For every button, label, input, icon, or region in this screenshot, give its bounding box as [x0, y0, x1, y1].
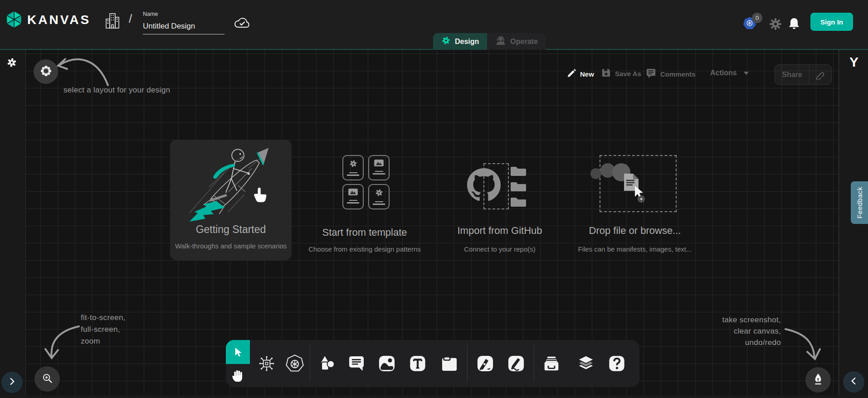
breadcrumb-separator: / [129, 12, 132, 26]
freehand-draw-tool[interactable] [507, 355, 525, 372]
feedback-label: Feedback [856, 187, 863, 218]
toolbar-divider [534, 345, 534, 382]
screenshot-hint-line3: undo/redo [686, 337, 781, 348]
operate-headset-icon [495, 35, 506, 48]
zoom-hint-arrow [40, 317, 81, 365]
new-label: New [580, 70, 594, 78]
layers-tool[interactable] [577, 355, 595, 372]
tab-operate-label: Operate [510, 38, 537, 46]
note-tool[interactable] [441, 355, 458, 372]
template-tile [368, 184, 390, 209]
drawer-import-tool[interactable] [542, 355, 561, 372]
design-spiral-icon [441, 36, 451, 47]
image-template-icon [348, 188, 358, 198]
comment-tool[interactable] [348, 355, 365, 372]
save-as-button[interactable]: Save As [601, 68, 641, 79]
github-title: Import from GitHub [441, 225, 559, 237]
actions-dropdown[interactable]: Actions [710, 69, 749, 77]
comments-button[interactable]: Comments [646, 68, 696, 80]
drop-file-subtitle: Files can be manifests, images, text... [573, 245, 697, 253]
toolbar-divider [310, 345, 310, 382]
chevron-left-icon [851, 377, 857, 387]
repo-folders-icon [510, 165, 528, 212]
cloud-saved-status-icon [234, 16, 251, 31]
image-tool[interactable] [378, 355, 395, 372]
save-floppy-icon [601, 68, 611, 79]
screenshot-hint-line2: clear canvas, [686, 325, 781, 337]
template-tile [368, 155, 390, 180]
comments-label: Comments [660, 70, 696, 78]
rocket-sketch-illustration [182, 142, 277, 224]
select-tool-button[interactable] [226, 340, 250, 364]
zoom-hint-line2: full-screen, [81, 324, 120, 335]
shapes-tool[interactable] [318, 355, 336, 372]
organization-building-icon[interactable] [104, 12, 121, 30]
hand-pointer-cursor-icon [253, 187, 268, 206]
share-link-icon [809, 70, 831, 80]
tab-design-label: Design [455, 38, 479, 46]
spiral-template-icon [375, 188, 384, 199]
template-tile [342, 184, 364, 209]
tab-design[interactable]: Design [433, 33, 487, 50]
zoom-hint-line1: fit-to-screen, [81, 312, 126, 323]
template-tile [342, 155, 364, 180]
screenshot-hint-arrow [784, 323, 824, 366]
getting-started-title: Getting Started [170, 223, 292, 236]
actions-label: Actions [710, 69, 737, 77]
pan-hand-icon [232, 369, 244, 382]
pencil-new-icon [567, 69, 576, 79]
kubernetes-context-button[interactable]: 0 [743, 13, 766, 31]
github-subtitle: Connect to your repo(s) [441, 245, 559, 253]
image-template-icon [374, 159, 384, 169]
spiral-template-icon [349, 159, 358, 170]
share-button[interactable]: Share [775, 64, 832, 85]
kanvas-app: KANVAS / Name Untitled Design [0, 0, 868, 398]
save-as-label: Save As [615, 70, 641, 78]
canvas-actions-button[interactable] [805, 367, 831, 393]
sign-in-button[interactable]: Sign In [810, 13, 853, 31]
kubernetes-count-badge: 0 [752, 13, 762, 23]
kubernetes-tool[interactable] [285, 354, 305, 374]
drop-file-title: Drop file or browse... [576, 225, 694, 237]
notifications-bell-icon[interactable] [788, 17, 800, 30]
document-drop-icon [590, 162, 649, 204]
design-name-label: Name [143, 11, 158, 17]
feedback-tab[interactable]: Feedback [851, 181, 868, 224]
left-sidebar-rail [0, 50, 26, 395]
chevron-right-icon [9, 378, 15, 387]
components-circuit-tool[interactable] [257, 354, 276, 373]
getting-started-subtitle: Walk-throughs and sample scenarios [164, 242, 297, 250]
layout-flower-icon [40, 65, 52, 79]
new-design-button[interactable]: New [567, 69, 594, 79]
design-name-input[interactable]: Untitled Design [143, 20, 224, 34]
pen-tool[interactable] [477, 355, 494, 372]
kanvas-logo-icon [5, 10, 24, 29]
github-octocat-icon [467, 168, 501, 204]
pan-tool-button[interactable] [226, 364, 250, 387]
expand-left-panel-button[interactable] [1, 372, 23, 393]
layer5-y-logo: Y [846, 54, 862, 71]
template-subtitle: Choose from existing design patterns [300, 245, 429, 253]
comments-bubble-icon [646, 68, 656, 80]
select-cursor-icon [233, 347, 243, 357]
zoom-controls-button[interactable] [34, 366, 60, 392]
bottom-strip [0, 395, 868, 398]
design-tools-toolbar [226, 340, 639, 387]
collapse-right-panel-button[interactable] [843, 371, 864, 393]
caret-down-icon [743, 69, 749, 77]
meshery-spiral-icon[interactable] [6, 57, 17, 68]
zoom-magnifier-icon [42, 373, 53, 386]
text-tool[interactable] [410, 355, 426, 372]
toolbar-divider [467, 345, 468, 382]
pen-nib-icon [812, 373, 824, 387]
tab-operate[interactable]: Operate [487, 33, 546, 50]
brand-wordmark: KANVAS [27, 13, 91, 27]
help-tool[interactable] [609, 355, 625, 372]
screenshot-hint-line1: take screenshot, [686, 314, 781, 325]
zoom-hint-line3: zoom [81, 335, 100, 347]
settings-gear-icon[interactable] [769, 18, 782, 30]
layout-hint-text: select a layout for your design [63, 84, 170, 96]
mode-tabs: Design Operate [433, 33, 546, 50]
template-title: Start from template [306, 227, 424, 238]
share-label: Share [775, 71, 809, 79]
